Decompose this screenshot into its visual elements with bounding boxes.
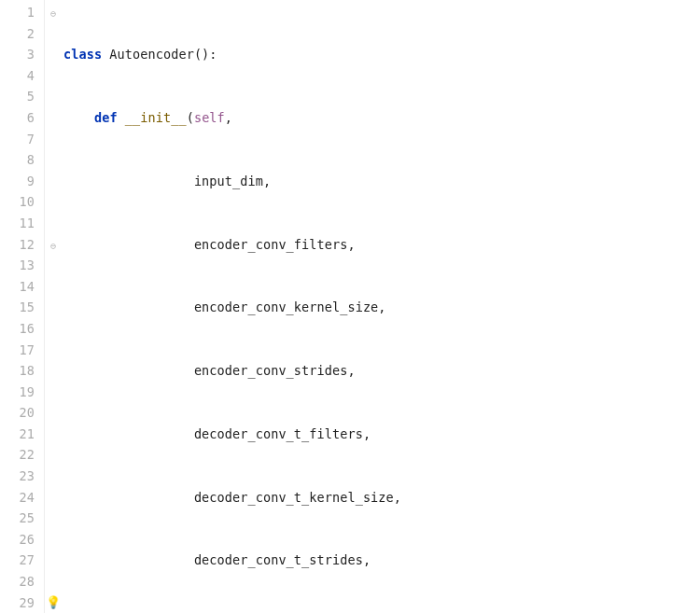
fold-icon[interactable]: ⊖	[48, 4, 59, 25]
line-number: 13	[0, 255, 35, 276]
code-editor[interactable]: 1234567891011121314151617181920212223242…	[0, 0, 700, 613]
line-number: 1	[0, 2, 35, 23]
code-line[interactable]: decoder_conv_t_strides,	[63, 550, 700, 571]
code-line[interactable]: encoder_conv_strides,	[63, 360, 700, 382]
line-number: 27	[0, 550, 35, 571]
line-number: 8	[0, 149, 35, 171]
line-number: 9	[0, 171, 35, 192]
line-number: 7	[0, 129, 35, 150]
code-line[interactable]: input_dim,	[63, 171, 700, 192]
line-number: 12	[0, 234, 35, 256]
line-number: 5	[0, 86, 35, 107]
gutter-icons-column: ⊖⊖💡	[45, 0, 63, 613]
code-line[interactable]: encoder_conv_kernel_size,	[63, 297, 700, 318]
line-number-gutter: 1234567891011121314151617181920212223242…	[0, 0, 45, 613]
line-number: 4	[0, 65, 35, 87]
line-number: 14	[0, 276, 35, 298]
line-number: 3	[0, 44, 35, 65]
code-line[interactable]: decoder_conv_t_filters,	[63, 424, 700, 445]
line-number: 23	[0, 466, 35, 487]
code-line[interactable]: encoder_conv_filters,	[63, 234, 700, 256]
line-number: 21	[0, 424, 35, 445]
line-number: 17	[0, 340, 35, 361]
line-number: 11	[0, 213, 35, 234]
line-number: 22	[0, 444, 35, 466]
code-area[interactable]: class Autoencoder(): def __init__(self, …	[63, 0, 700, 613]
line-number: 26	[0, 529, 35, 550]
line-number: 20	[0, 402, 35, 424]
line-number: 15	[0, 297, 35, 318]
line-number: 2	[0, 23, 35, 45]
line-number: 6	[0, 107, 35, 129]
code-line[interactable]: decoder_conv_t_kernel_size,	[63, 487, 700, 509]
line-number: 25	[0, 508, 35, 529]
fold-icon[interactable]: ⊖	[48, 236, 59, 258]
intention-bulb-icon[interactable]: 💡	[46, 592, 61, 613]
line-number: 10	[0, 191, 35, 213]
line-number: 19	[0, 382, 35, 403]
line-number: 16	[0, 318, 35, 340]
line-number: 18	[0, 360, 35, 382]
code-line[interactable]: class Autoencoder():	[63, 44, 700, 65]
line-number: 24	[0, 487, 35, 509]
code-line[interactable]: def __init__(self,	[63, 107, 700, 129]
line-number: 29	[0, 592, 35, 613]
line-number: 28	[0, 571, 35, 592]
